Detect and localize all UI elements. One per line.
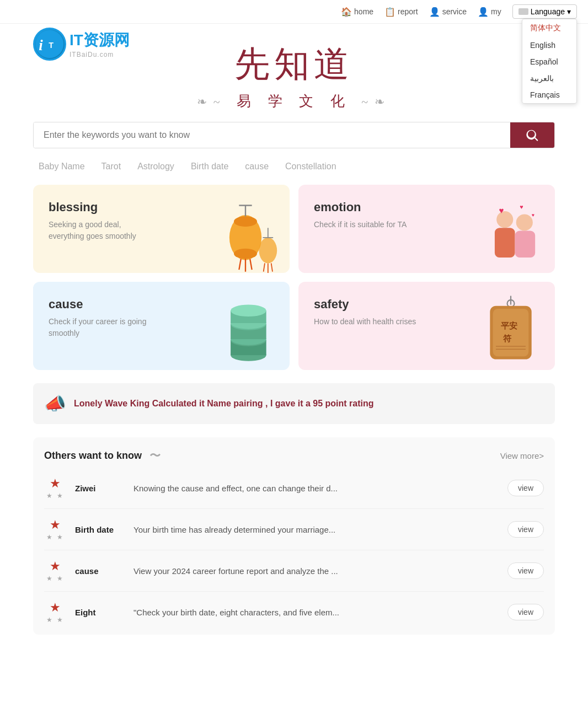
card-cause[interactable]: cause Check if your career is going smoo… [33, 282, 290, 370]
notif-highlight: Name pairing [207, 399, 263, 408]
view-more-button[interactable]: View more> [500, 451, 544, 460]
nav-report-label: report [398, 7, 418, 16]
others-title: Others want to know 〜 [44, 448, 161, 463]
star-rating-0: ★ ★ ★ [44, 476, 66, 500]
card-safety-desc: How to deal with health crises [314, 316, 424, 328]
star-rating-2: ★ ★ ★ [44, 559, 66, 582]
svg-text:符: 符 [503, 334, 512, 343]
svg-rect-18 [495, 228, 515, 258]
svg-rect-20 [515, 231, 536, 258]
search-button[interactable] [510, 122, 554, 148]
others-title-text: Others want to know [44, 450, 142, 462]
lang-option-1[interactable]: English [522, 37, 576, 53]
emotion-illustration: ♥ ♥ ♥ [472, 196, 549, 273]
star-small-icons: ★ ★ [46, 575, 63, 582]
tag-birth-date[interactable]: Birth date [191, 162, 228, 171]
notif-suffix: , I gave it a 95 point rating [263, 399, 374, 408]
others-header: Others want to know 〜 View more> [44, 448, 544, 463]
notif-text: Lonely Wave King Calculated it Name pair… [74, 399, 374, 409]
subtitle-text: 易 学 文 化 [237, 93, 351, 109]
svg-text:平安: 平安 [501, 321, 517, 330]
tag-astrology[interactable]: Astrology [137, 162, 174, 171]
nav-service-label: service [442, 7, 467, 16]
lang-option-4[interactable]: Français [522, 87, 576, 103]
svg-text:T: T [49, 41, 54, 50]
list-item: ★ ★ ★ cause View your 2024 career fortun… [44, 550, 544, 592]
report-icon: 📋 [384, 7, 395, 17]
star-big-icon: ★ [50, 476, 61, 491]
language-menu: 简体中文 English Español بالعربية Français [522, 19, 577, 104]
list-desc-0: Knowing the cause and effect, one can ch… [133, 484, 499, 493]
language-label: Language [531, 7, 565, 16]
card-emotion[interactable]: emotion Check if it is suitable for TA ♥… [298, 185, 555, 273]
svg-point-32 [231, 305, 266, 317]
lang-option-0[interactable]: 简体中文 [522, 19, 576, 37]
others-section: Others want to know 〜 View more> ★ ★ ★ Z… [33, 437, 555, 635]
notification-bar: 📣 Lonely Wave King Calculated it Name pa… [33, 383, 555, 424]
star-rating-3: ★ ★ ★ [44, 601, 66, 624]
list-category-3: Eight [75, 608, 125, 617]
logo-text: IT资源网 ITBaiDu.com [70, 30, 130, 58]
list-view-btn-0[interactable]: view [507, 480, 544, 496]
tag-constellation[interactable]: Constellation [285, 162, 336, 171]
list-category-0: Ziwei [75, 484, 125, 493]
subtitle-deco-left: ❧~ [197, 95, 227, 109]
subtitle-deco-right: ~❧ [361, 95, 391, 109]
home-icon: 🏠 [341, 7, 352, 17]
svg-text:♥: ♥ [520, 203, 523, 210]
logo-main-text: IT资源网 [70, 30, 130, 51]
logo-sub-text: ITBaiDu.com [70, 51, 130, 58]
card-safety[interactable]: safety How to deal with health crises 平安… [298, 282, 555, 370]
search-icon [525, 127, 540, 143]
list-desc-2: View your 2024 career fortune report and… [133, 566, 499, 576]
card-emotion-desc: Check if it is suitable for TA [314, 219, 424, 230]
nav-service[interactable]: 👤 service [429, 7, 467, 17]
my-icon: 👤 [478, 7, 489, 17]
nav-my-label: my [491, 7, 501, 16]
list-view-btn-1[interactable]: view [507, 521, 544, 538]
list-category-2: cause [75, 566, 125, 576]
top-nav: 🏠 home 📋 report 👤 service 👤 my Language … [0, 0, 588, 24]
list-item: ★ ★ ★ Birth date Your birth time has alr… [44, 509, 544, 550]
svg-point-4 [234, 216, 257, 227]
cause-illustration [207, 293, 284, 370]
star-small-icons: ★ ★ [46, 492, 63, 500]
nav-home-label: home [354, 7, 373, 16]
card-blessing[interactable]: blessing Seeking a good deal, everything… [33, 185, 290, 273]
chevron-down-icon: ▾ [567, 7, 571, 16]
language-button[interactable]: Language ▾ [512, 4, 577, 19]
blessing-illustration [207, 196, 284, 273]
logo[interactable]: iT IT资源网 ITBaiDu.com [33, 28, 130, 61]
nav-my[interactable]: 👤 my [478, 7, 501, 17]
nav-report[interactable]: 📋 report [384, 7, 418, 17]
lang-option-3[interactable]: بالعربية [522, 70, 576, 87]
svg-text:i: i [39, 37, 43, 53]
list-item: ★ ★ ★ Ziwei Knowing the cause and effect… [44, 468, 544, 509]
notif-megaphone-icon: 📣 [44, 393, 66, 414]
search-tags: Baby Name Tarot Astrology Birth date cau… [0, 154, 588, 179]
tag-tarot[interactable]: Tarot [101, 162, 121, 171]
svg-text:♥: ♥ [532, 212, 534, 218]
list-view-btn-2[interactable]: view [507, 562, 544, 579]
tag-cause[interactable]: cause [245, 162, 269, 171]
svg-line-10 [250, 259, 252, 270]
logo-circle: iT [33, 28, 66, 61]
notif-prefix: Lonely Wave King Calculated it [74, 399, 207, 408]
star-big-icon: ★ [50, 559, 61, 573]
lang-option-2[interactable]: Español [522, 53, 576, 70]
search-input[interactable] [34, 122, 510, 148]
tag-baby-name[interactable]: Baby Name [39, 162, 85, 171]
card-blessing-desc: Seeking a good deal, everything goes smo… [49, 219, 159, 242]
language-dropdown[interactable]: Language ▾ 简体中文 English Español بالعربية… [512, 4, 577, 19]
svg-point-19 [516, 214, 533, 230]
nav-home[interactable]: 🏠 home [341, 7, 373, 17]
star-big-icon: ★ [50, 601, 61, 615]
list-view-btn-3[interactable]: view [507, 604, 544, 620]
list-category-1: Birth date [75, 525, 125, 534]
star-rating-1: ★ ★ ★ [44, 518, 66, 541]
list-item: ★ ★ ★ Eight "Check your birth date, eigh… [44, 592, 544, 632]
star-big-icon: ★ [50, 518, 61, 532]
svg-line-16 [271, 263, 272, 271]
cards-grid: blessing Seeking a good deal, everything… [0, 185, 588, 370]
search-section [0, 116, 588, 154]
